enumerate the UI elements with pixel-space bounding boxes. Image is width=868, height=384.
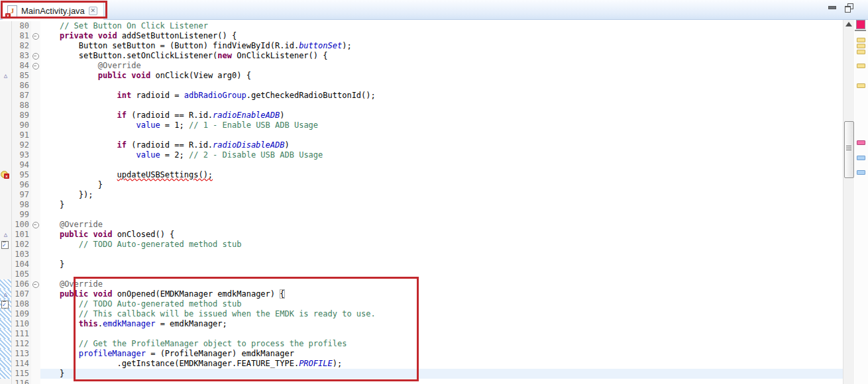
code-text[interactable]: private void addSetButtonListener() {: [40, 31, 843, 41]
marker-bar-range-highlight[interactable]: △: [0, 289, 12, 299]
marker-bar-cell[interactable]: [0, 120, 12, 130]
code-text[interactable]: updateUSBSettings();: [40, 170, 843, 180]
marker-bar-cell[interactable]: [0, 150, 12, 160]
code-line-96[interactable]: 96 }: [0, 180, 843, 190]
overview-mark-blue[interactable]: [857, 170, 865, 175]
task-marker-icon[interactable]: [1, 241, 9, 249]
marker-bar-cell[interactable]: [0, 379, 12, 384]
code-text[interactable]: [40, 81, 843, 91]
marker-bar-cell[interactable]: [0, 81, 12, 91]
code-text[interactable]: // Get the ProfileManager object to proc…: [40, 339, 843, 349]
code-line-86[interactable]: 86: [0, 81, 843, 91]
code-text[interactable]: public void onOpened(EMDKManager emdkMan…: [40, 289, 843, 299]
code-line-94[interactable]: 94: [0, 160, 843, 170]
marker-bar-cell[interactable]: [0, 160, 12, 170]
override-indicator-icon[interactable]: △: [0, 230, 11, 240]
code-line-83[interactable]: 83 setButton.setOnClickListener(new OnCl…: [0, 51, 843, 61]
marker-bar-cell[interactable]: [0, 200, 12, 210]
marker-bar-cell[interactable]: [0, 101, 12, 111]
marker-bar-cell[interactable]: [0, 180, 12, 190]
code-line-102[interactable]: 102 // TODO Auto-generated method stub: [0, 240, 843, 250]
code-line-90[interactable]: 90 value = 1; // 1 - Enable USB ADB Usag…: [0, 120, 843, 130]
code-line-95[interactable]: 95 updateUSBSettings();: [0, 170, 843, 180]
code-text[interactable]: });: [40, 190, 843, 200]
code-line-108[interactable]: 108 // TODO Auto-generated method stub: [0, 299, 843, 309]
code-line-80[interactable]: 80 // Set Button On Click Listener: [0, 21, 843, 31]
marker-bar-range-highlight[interactable]: [0, 369, 12, 379]
overview-mark-blue[interactable]: [857, 156, 865, 160]
code-line-115[interactable]: 115 }: [0, 369, 843, 379]
code-line-111[interactable]: 111: [0, 329, 843, 339]
marker-bar-cell[interactable]: [0, 190, 12, 200]
marker-bar-cell[interactable]: [0, 61, 12, 71]
code-line-84[interactable]: 84 @Override: [0, 61, 843, 71]
code-text[interactable]: value = 2; // 2 - Disable USB ADB Usage: [40, 150, 843, 160]
code-line-92[interactable]: 92 if (radioid == R.id.radioDisableADB): [0, 140, 843, 150]
code-line-110[interactable]: 110 this.emdkManager = emdkManager;: [0, 319, 843, 329]
marker-bar-range-highlight[interactable]: [0, 279, 12, 289]
code-text[interactable]: // This callback will be issued when the…: [40, 309, 843, 319]
marker-bar-cell[interactable]: [0, 250, 12, 260]
minimize-icon[interactable]: [828, 3, 836, 11]
code-text[interactable]: @Override: [40, 279, 843, 289]
code-text[interactable]: [40, 250, 843, 260]
code-line-103[interactable]: 103: [0, 250, 843, 260]
code-line-107[interactable]: △107 public void onOpened(EMDKManager em…: [0, 289, 843, 299]
code-editor-area[interactable]: 80 // Set Button On Click Listener81 pri…: [0, 20, 843, 384]
code-text[interactable]: public void onClick(View arg0) {: [40, 71, 843, 81]
code-text[interactable]: if (radioid == R.id.radioEnableADB): [40, 111, 843, 120]
vertical-scrollbar[interactable]: [843, 20, 854, 384]
scroll-up-arrow-icon[interactable]: [845, 22, 852, 26]
code-text[interactable]: this.emdkManager = emdkManager;: [40, 319, 843, 329]
code-text[interactable]: @Override: [40, 61, 843, 71]
marker-bar-cell[interactable]: [0, 170, 12, 180]
code-line-99[interactable]: 99: [0, 210, 843, 220]
fold-collapse-icon[interactable]: [32, 222, 39, 228]
code-text[interactable]: }: [40, 369, 843, 379]
overview-mark-yellow[interactable]: [857, 50, 865, 54]
quickfix-error-icon[interactable]: [1, 171, 8, 178]
code-line-81[interactable]: 81 private void addSetButtonListener() {: [0, 31, 843, 41]
marker-bar-range-highlight[interactable]: [0, 309, 12, 319]
code-text[interactable]: // TODO Auto-generated method stub: [40, 299, 843, 309]
tab-close-icon[interactable]: ✕: [89, 7, 97, 15]
error-aggregate-indicator[interactable]: [856, 20, 865, 29]
code-line-104[interactable]: 104 }: [0, 260, 843, 269]
marker-bar-range-highlight[interactable]: [0, 329, 12, 339]
overview-mark-yellow[interactable]: [857, 44, 865, 48]
code-line-101[interactable]: △101 public void onClosed() {: [0, 230, 843, 240]
code-text[interactable]: [40, 130, 843, 140]
code-text[interactable]: value = 1; // 1 - Enable USB ADB Usage: [40, 120, 843, 130]
fold-collapse-icon[interactable]: [32, 63, 39, 70]
code-text[interactable]: if (radioid == R.id.radioDisableADB): [40, 140, 843, 150]
code-line-82[interactable]: 82 Button setButton = (Button) findViewB…: [0, 41, 843, 51]
marker-bar-cell[interactable]: [0, 220, 12, 230]
code-line-113[interactable]: 113 profileManager = (ProfileManager) em…: [0, 349, 843, 359]
code-text[interactable]: int radioid = adbRadioGroup.getCheckedRa…: [40, 91, 843, 101]
overview-mark-yellow[interactable]: [857, 64, 865, 68]
code-line-112[interactable]: 112 // Get the ProfileManager object to …: [0, 339, 843, 349]
fold-collapse-icon[interactable]: [32, 53, 39, 60]
code-line-98[interactable]: 98 }: [0, 200, 843, 210]
code-line-114[interactable]: 114 .getInstance(EMDKManager.FEATURE_TYP…: [0, 359, 843, 369]
fold-collapse-icon[interactable]: [32, 33, 39, 40]
code-text[interactable]: [40, 379, 843, 384]
marker-bar-range-highlight[interactable]: [0, 339, 12, 349]
code-text[interactable]: // TODO Auto-generated method stub: [40, 240, 843, 250]
marker-bar-range-highlight[interactable]: [0, 319, 12, 329]
code-text[interactable]: Button setButton = (Button) findViewById…: [40, 41, 843, 51]
marker-bar-range-highlight[interactable]: [0, 349, 12, 359]
code-line-106[interactable]: 106 @Override: [0, 279, 843, 289]
override-indicator-icon[interactable]: △: [0, 289, 11, 299]
code-text[interactable]: }: [40, 200, 843, 210]
code-line-87[interactable]: 87 int radioid = adbRadioGroup.getChecke…: [0, 91, 843, 101]
overview-mark-yellow[interactable]: [857, 83, 865, 88]
code-text[interactable]: [40, 101, 843, 111]
marker-bar-cell[interactable]: [0, 51, 12, 61]
code-line-91[interactable]: 91: [0, 130, 843, 140]
code-text[interactable]: [40, 210, 843, 220]
marker-bar-cell[interactable]: [0, 41, 12, 51]
marker-bar-cell[interactable]: △: [0, 71, 12, 81]
marker-bar-cell[interactable]: [0, 240, 12, 250]
code-text[interactable]: public void onClosed() {: [40, 230, 843, 240]
